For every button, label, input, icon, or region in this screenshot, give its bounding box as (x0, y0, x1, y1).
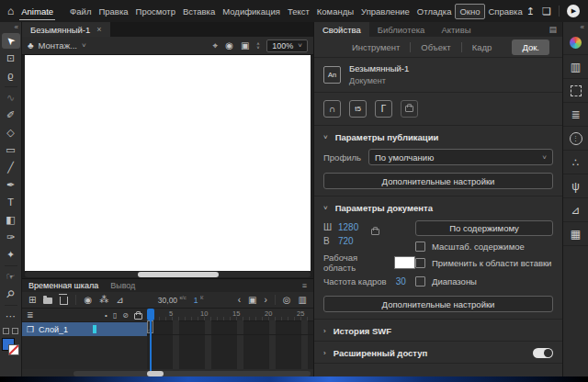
brush-library-panel-icon[interactable]: ∴ (563, 151, 588, 174)
next-frame-icon[interactable]: › (264, 295, 266, 305)
scale-content-checkbox[interactable] (415, 242, 425, 252)
stroke-color-swatch[interactable] (8, 344, 19, 355)
layer-row[interactable]: ❐ Слой_1 (22, 322, 147, 336)
new-folder-icon[interactable] (43, 298, 52, 304)
publish-advanced-settings-button[interactable]: Дополнительные настройки (323, 173, 553, 189)
delete-layer-icon[interactable] (60, 297, 68, 305)
share-icon[interactable]: ↥ (526, 6, 535, 17)
new-layer-icon[interactable]: ⊞ (28, 295, 36, 305)
subtab-doc[interactable]: Док. (512, 39, 549, 55)
chevron-down-icon[interactable]: ˅ (82, 41, 86, 50)
panel-menu-icon[interactable]: ≡ (302, 281, 307, 290)
scene-name[interactable]: Монтаж... (39, 40, 77, 51)
document-tab[interactable]: Безымянный-1 × (22, 22, 110, 37)
zoom-level-select[interactable]: 100% ˅ (266, 39, 308, 52)
menu-help[interactable]: Справка (485, 5, 526, 18)
menu-window[interactable]: Окно (455, 4, 484, 19)
link-dimensions-icon[interactable] (371, 227, 379, 237)
frame-rate-value[interactable]: 30,00 к/с (158, 295, 187, 305)
home-icon[interactable]: ⌂ (7, 5, 14, 17)
hand-tool[interactable]: ☞ (2, 269, 20, 285)
profile-select[interactable]: По умолчанию ˅ (368, 149, 553, 165)
brush-tool[interactable]: ✐ (2, 107, 20, 123)
frame-ruler[interactable]: 5 10 15 20 25 (147, 309, 313, 321)
line-tool[interactable]: ╱ (2, 160, 20, 175)
menu-view[interactable]: Просмотр (132, 5, 179, 18)
docparams-section-header[interactable]: ˅ Параметры документа (314, 197, 562, 218)
scrollbar-thumb[interactable] (138, 272, 219, 277)
lasso-tool[interactable]: ϱ (2, 68, 20, 84)
menu-insert[interactable]: Вставка (179, 5, 219, 18)
layers-stack-icon[interactable]: ≣ (27, 310, 34, 320)
show-all-icon[interactable]: • (105, 311, 107, 320)
color-panel-icon[interactable] (563, 31, 588, 55)
publish-section-header[interactable]: ˅ Параметры публикации (314, 126, 562, 147)
ranges-checkbox[interactable] (415, 276, 425, 286)
fluid-brush-tool[interactable]: ∿ (2, 90, 20, 106)
eyedropper-tool[interactable]: ✑ (2, 230, 20, 245)
free-transform-tool[interactable]: ⊡ (2, 51, 20, 66)
fit-to-content-button[interactable]: По содержимому (415, 220, 553, 236)
width-value[interactable]: 1280 (338, 222, 358, 232)
asset-sculpt-panel-icon[interactable]: ψ (563, 174, 588, 198)
default-colors-icon[interactable] (3, 328, 9, 334)
stage-color-swatch[interactable] (394, 256, 415, 269)
snap-to-guides-button[interactable]: Г (375, 100, 392, 118)
tab-timeline[interactable]: Временная шкала (28, 281, 98, 290)
transform-panel-icon[interactable] (563, 79, 588, 103)
previous-frame-icon[interactable]: ‹ (238, 295, 241, 305)
layer-frames-row[interactable]: ○ (147, 320, 313, 335)
info-panel-icon[interactable]: ⋮ (563, 127, 588, 151)
chevron-down-icon[interactable]: ˅ (323, 204, 328, 212)
menu-commands[interactable]: Команды (313, 5, 357, 18)
subtab-tool[interactable]: Инструмент (342, 42, 410, 52)
stage-horizontal-scrollbar[interactable] (25, 272, 311, 277)
doc-advanced-settings-button[interactable]: Дополнительные настройки (323, 296, 553, 312)
menu-control[interactable]: Управление (357, 5, 413, 18)
height-value[interactable]: 720 (338, 236, 354, 246)
chevron-right-icon[interactable]: › (323, 327, 326, 335)
menu-file[interactable]: Файл (66, 5, 95, 18)
snap-to-objects-button[interactable]: ∩ (323, 100, 341, 118)
add-camera-icon[interactable]: ◉ (84, 295, 92, 305)
eraser-tool[interactable]: ◇ (2, 125, 20, 140)
tab-library[interactable]: Библиотека (369, 22, 434, 37)
panel-menu-icon[interactable]: ▤ (548, 25, 557, 34)
motion-editor-panel-icon[interactable]: ⊿ (563, 198, 588, 222)
onion-skin-outline-icon[interactable]: ▥ (299, 295, 307, 305)
tab-properties[interactable]: Свойства (314, 22, 369, 37)
zoom-stepper[interactable]: ˄ ˅ (256, 42, 259, 50)
lock-layers-icon[interactable] (134, 313, 142, 320)
rectangle-tool[interactable]: ▭ (2, 142, 20, 158)
snap-align-button[interactable]: t5 (349, 100, 367, 118)
swf-history-section-header[interactable]: › История SWF (314, 320, 562, 341)
collapse-toolbar-icon[interactable]: « (15, 23, 18, 32)
menu-modify[interactable]: Модификация (219, 5, 284, 18)
onion-skin-icon[interactable]: ◎ (283, 295, 291, 305)
collapse-dock-icon[interactable]: « (581, 23, 584, 31)
insert-frame-icon[interactable]: ▣ (248, 295, 256, 305)
menu-text[interactable]: Текст (284, 5, 313, 18)
pen-tool[interactable]: ✒ (2, 177, 20, 193)
paint-bucket-tool[interactable]: ◧ (2, 212, 20, 228)
more-tools-button[interactable]: ⋯ (2, 309, 20, 324)
apply-to-paste-checkbox[interactable] (415, 258, 425, 268)
outline-view-icon[interactable]: ▯ (113, 311, 117, 320)
clip-content-icon[interactable]: ▣ (241, 40, 249, 51)
workspace-icon[interactable]: ❏ (542, 6, 551, 17)
asset-warp-tool[interactable]: ✦ (2, 247, 20, 263)
advanced-layers-icon[interactable]: ⁂ (99, 295, 108, 305)
cursor-icon[interactable]: ➤ (4, 34, 17, 47)
frame-picker-panel-icon[interactable]: ▦ (563, 222, 588, 246)
hide-layers-icon[interactable]: ⊘ (122, 311, 129, 320)
menu-edit[interactable]: Правка (95, 5, 131, 18)
chevron-down-icon[interactable]: ˅ (323, 133, 328, 141)
chevron-down-icon[interactable]: ˅ (256, 46, 259, 50)
center-stage-icon[interactable]: ⌖ (213, 40, 219, 51)
swap-colors-icon[interactable] (12, 328, 18, 334)
chevron-right-icon[interactable]: › (323, 349, 326, 357)
lock-guides-button[interactable] (401, 100, 418, 118)
subtab-frame[interactable]: Кадр (462, 42, 503, 52)
text-tool[interactable]: T (2, 195, 20, 210)
graph-editor-icon[interactable]: ⊿ (116, 295, 123, 305)
